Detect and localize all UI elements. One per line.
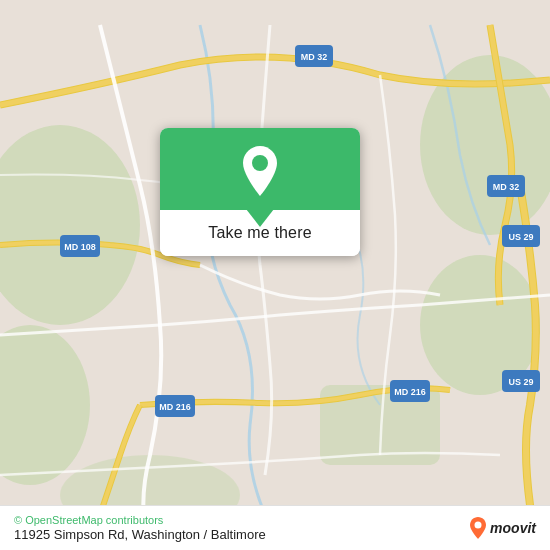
address-label: 11925 Simpson Rd, Washington / Baltimore: [14, 527, 266, 542]
location-pin-icon: [238, 146, 282, 196]
svg-point-20: [252, 155, 268, 171]
svg-text:MD 32: MD 32: [301, 52, 328, 62]
svg-text:MD 216: MD 216: [159, 402, 191, 412]
map-svg: MD 32 MD 32 MD 108 MD 216 MD 216 US 29 U…: [0, 0, 550, 550]
svg-text:US 29: US 29: [508, 232, 533, 242]
popup-triangle: [246, 209, 274, 227]
map-container: MD 32 MD 32 MD 108 MD 216 MD 216 US 29 U…: [0, 0, 550, 550]
bottom-bar: © OpenStreetMap contributors 11925 Simps…: [0, 505, 550, 550]
moovit-brand-text: moovit: [490, 520, 536, 536]
svg-point-0: [0, 125, 140, 325]
svg-point-21: [475, 522, 482, 529]
svg-point-1: [0, 325, 90, 485]
moovit-logo: moovit: [469, 517, 536, 539]
osm-copyright: © OpenStreetMap contributors: [14, 514, 266, 526]
svg-text:MD 216: MD 216: [394, 387, 426, 397]
bottom-left-section: © OpenStreetMap contributors 11925 Simps…: [14, 514, 266, 542]
popup-header: [160, 128, 360, 210]
svg-text:MD 108: MD 108: [64, 242, 96, 252]
moovit-pin-icon: [469, 517, 487, 539]
svg-text:US 29: US 29: [508, 377, 533, 387]
popup-card: Take me there: [160, 128, 360, 256]
svg-text:MD 32: MD 32: [493, 182, 520, 192]
